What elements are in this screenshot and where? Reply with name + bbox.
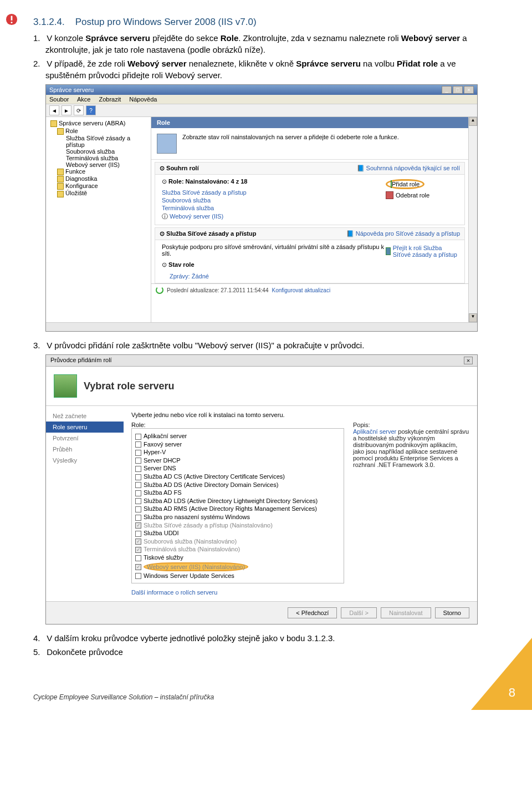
roles-listbox[interactable]: Aplikační serverFaxový serverHyper-VServ…	[131, 428, 344, 583]
role-checkbox-item[interactable]: Hyper-V	[135, 448, 340, 456]
checkbox-icon	[135, 458, 141, 464]
page-number: 8	[509, 686, 515, 700]
popis-text: Aplikační server poskytuje centrální spr…	[353, 428, 469, 468]
role-label: Hyper-V	[144, 449, 166, 455]
step-progress[interactable]: Průběh	[46, 444, 124, 455]
step-text: V dalším kroku průvodce vyberte jednotli…	[47, 633, 335, 643]
role-label: Služba AD LDS (Active Directory Lightwei…	[144, 497, 318, 504]
checkbox-icon	[135, 506, 141, 512]
folder-icon	[57, 183, 64, 190]
role-checkbox-item[interactable]: Služba AD CS (Active Directory Certifica…	[135, 473, 340, 481]
tree-item[interactable]: Webový server (IIS)	[48, 161, 149, 168]
role-label: Služba pro nasazení systému Windows	[144, 514, 250, 520]
role-checkbox-item[interactable]: Služba AD LDS (Active Directory Lightwei…	[135, 497, 340, 505]
more-info-link[interactable]: Další informace o rolích serveru	[131, 589, 217, 596]
wizard-heading: Vybrat role serveru	[84, 380, 174, 392]
refresh-button[interactable]: ⟳	[74, 105, 84, 115]
close-button[interactable]: ×	[464, 86, 474, 94]
role-checkbox-item[interactable]: Služba AD DS (Active Directory Domain Se…	[135, 481, 340, 489]
role-checkbox-item[interactable]: Služba pro nasazení systému Windows	[135, 513, 340, 521]
configure-update-link[interactable]: Konfigurovat aktualizaci	[272, 287, 330, 293]
role-link[interactable]: Terminálová služba	[162, 204, 248, 212]
previous-button[interactable]: < Předchozí	[288, 607, 337, 618]
role-label: Windows Server Update Services	[144, 572, 234, 579]
step-number: 4.	[33, 632, 44, 644]
service-panel-header[interactable]: ⊙ Služba Síťové zásady a přístup 📘 Nápov…	[155, 227, 465, 240]
step-text: . Zkontrolujte, zda v seznamu naleznete …	[238, 33, 401, 43]
main-panel: Role Zobrazte stav rolí nainstalovaných …	[151, 117, 468, 322]
step-text: Dokončete průvodce	[47, 647, 123, 657]
summary-panel-header[interactable]: ⊙ Souhrn rolí 📘 Souhrnná nápověda týkají…	[155, 162, 465, 175]
role-link[interactable]: Souborová služba	[162, 196, 248, 204]
tree-diagnostics[interactable]: Diagnostika	[48, 175, 149, 182]
heading-title: Postup pro Windows Server 2008 (IIS v7.0…	[75, 17, 257, 27]
role-link[interactable]: Služba Síťové zásady a přístup	[162, 189, 248, 196]
tree-root[interactable]: Správce serveru (ABRA)	[48, 119, 149, 128]
role-checkbox-item[interactable]: Služba AD FS	[135, 489, 340, 497]
menu-view[interactable]: Zobrazit	[99, 96, 121, 103]
horizontal-scrollbar[interactable]	[46, 322, 477, 331]
wizard-title: Průvodce přidáním rolí	[50, 357, 112, 364]
role-checkbox-item[interactable]: Aplikační server	[135, 432, 340, 440]
menu-help[interactable]: Nápověda	[129, 96, 157, 103]
close-button[interactable]: ×	[464, 357, 473, 364]
scroll-up-button[interactable]: ▲	[469, 117, 477, 126]
checkbox-icon	[135, 490, 141, 496]
role-label: Terminálová služba (Nainstalováno)	[144, 546, 240, 552]
cancel-button[interactable]: Storno	[435, 607, 469, 618]
back-button[interactable]: ◄	[49, 105, 59, 115]
bold-text: Webový server	[401, 33, 460, 43]
role-checkbox-item[interactable]: Windows Server Update Services	[135, 572, 340, 580]
bold-text: Role	[221, 33, 239, 43]
tree-item[interactable]: Služba Síťové zásady a přístup	[48, 135, 149, 148]
goto-role-link[interactable]: Přejít k roli Služba Síťové zásady a pří…	[386, 243, 458, 259]
service-help-link[interactable]: 📘 Nápověda pro Síťové zásady a přístup	[346, 230, 460, 237]
vertical-scrollbar[interactable]: ▲ ▼	[468, 117, 477, 322]
status-panel-header[interactable]: ⊙ Stav role	[162, 261, 386, 268]
scroll-track[interactable]	[469, 126, 477, 313]
footer-text: Cyclope Employee Surveillance Solution –…	[33, 693, 532, 701]
maximize-button[interactable]: □	[453, 86, 463, 94]
tree-item[interactable]: Souborová služba	[48, 148, 149, 155]
step-results[interactable]: Výsledky	[46, 455, 124, 466]
messages-link[interactable]: Zprávy: Žádné	[162, 273, 386, 280]
popis-link[interactable]: Aplikační server	[353, 428, 396, 435]
section-heading: 3.1.2.4. Postup pro Windows Server 2008 …	[33, 17, 499, 28]
role-checkbox-item[interactable]: Server DHCP	[135, 456, 340, 465]
next-button[interactable]: Další >	[341, 607, 377, 618]
tree-storage[interactable]: Úložiště	[48, 190, 149, 197]
step-before-you-begin[interactable]: Než začnete	[46, 410, 124, 422]
tree-item[interactable]: Terminálová služba	[48, 155, 149, 161]
wizard-icon	[54, 374, 77, 398]
role-checkbox-item[interactable]: Server DNS	[135, 464, 340, 473]
help-button[interactable]: ?	[86, 105, 96, 115]
tree-features[interactable]: Funkce	[48, 168, 149, 175]
role-header: Role	[151, 117, 468, 128]
minimize-button[interactable]: _	[442, 86, 452, 94]
summary-help-link[interactable]: 📘 Souhrnná nápověda týkající se rolí	[357, 165, 460, 172]
menu-action[interactable]: Akce	[77, 96, 90, 103]
role-checkbox-item[interactable]: Faxový server	[135, 440, 340, 449]
role-checkbox-item[interactable]: Tiskové služby	[135, 554, 340, 562]
tree-config[interactable]: Konfigurace	[48, 182, 149, 190]
server-icon	[50, 120, 57, 127]
folder-icon	[57, 191, 64, 197]
add-roles-link[interactable]: Přidat role	[386, 178, 458, 190]
remove-roles-link[interactable]: Odebrat role	[386, 190, 458, 200]
role-link[interactable]: ⓘ Webový server (IIS)	[162, 212, 248, 221]
checkbox-icon	[135, 531, 141, 537]
role-label: Faxový server	[144, 441, 182, 448]
bold-text: Správce serveru	[85, 33, 150, 43]
role-label: Souborová služba (Nainstalováno)	[144, 538, 237, 545]
step-confirmation[interactable]: Potvrzení	[46, 433, 124, 444]
role-checkbox-item[interactable]: Služba UDDI	[135, 529, 340, 537]
step-5: 5. Dokončete průvodce	[45, 646, 499, 658]
menu-file[interactable]: Soubor	[49, 96, 69, 103]
tree-role[interactable]: Role	[48, 128, 149, 135]
forward-button[interactable]: ►	[62, 105, 71, 115]
refresh-icon	[156, 286, 163, 294]
step-server-roles[interactable]: Role serveru	[46, 422, 124, 433]
scroll-down-button[interactable]: ▼	[469, 313, 477, 322]
role-checkbox-item[interactable]: Služba AD RMS (Active Directory Rights M…	[135, 505, 340, 513]
install-button[interactable]: Nainstalovat	[381, 607, 431, 618]
